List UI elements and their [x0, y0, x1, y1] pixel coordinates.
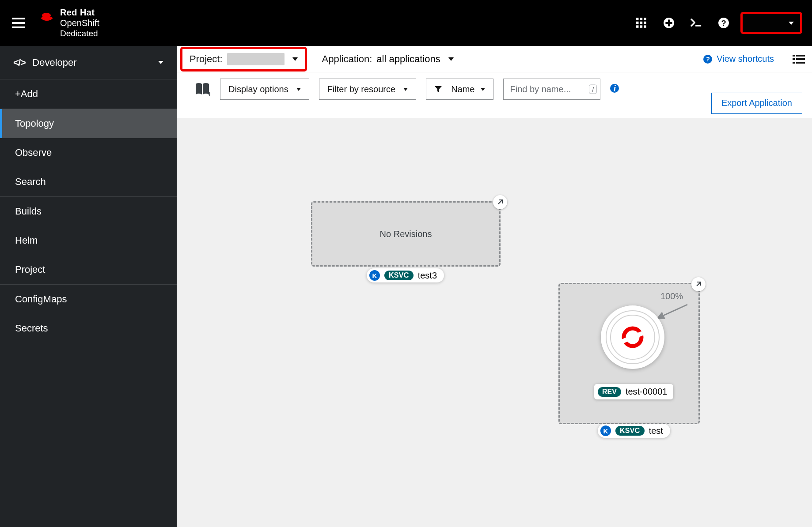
svg-text:?: ?: [721, 19, 726, 28]
open-url-decorator[interactable]: [493, 195, 507, 209]
sidebar-item-search[interactable]: Search: [0, 167, 177, 196]
project-dropdown[interactable]: Project:: [180, 47, 307, 72]
sidebar-item-topology[interactable]: Topology: [0, 109, 177, 138]
list-icon: [793, 54, 805, 64]
help-button[interactable]: ?: [717, 17, 730, 29]
svg-rect-11: [636, 25, 638, 27]
application-value: all applications: [376, 53, 440, 65]
brand-line2: OpenShift: [60, 18, 99, 28]
masthead: Red Hat OpenShift Dedicated ?: [0, 0, 812, 46]
knative-k-badge-icon: K: [369, 270, 380, 281]
svg-rect-23: [796, 58, 805, 60]
grid-icon: [636, 17, 647, 29]
svg-point-4: [42, 13, 51, 18]
apps-launcher-button[interactable]: [635, 17, 648, 29]
svg-rect-9: [640, 22, 642, 24]
caret-down-icon: [789, 22, 794, 25]
svg-rect-25: [796, 62, 805, 64]
project-value: [227, 53, 285, 65]
svg-rect-0: [12, 18, 25, 19]
svg-rect-24: [793, 62, 795, 64]
caret-down-icon: [296, 88, 301, 91]
sidebar-item-helm[interactable]: Helm: [0, 226, 177, 255]
svg-rect-5: [636, 18, 638, 20]
perspective-label: Developer: [32, 57, 76, 68]
knative-service-group[interactable]: No Revisions: [311, 201, 501, 267]
svg-rect-8: [636, 22, 638, 24]
terminal-icon: [691, 17, 702, 29]
display-options-dropdown[interactable]: Display options: [220, 79, 309, 100]
brand-line3: Dedicated: [60, 29, 98, 38]
brand-line1: Red Hat: [60, 8, 95, 17]
view-shortcuts-link[interactable]: ? View shortcuts: [703, 54, 774, 64]
code-icon: </>: [13, 57, 25, 68]
knative-k-badge-icon: K: [600, 425, 611, 436]
svg-rect-2: [12, 26, 25, 28]
svg-rect-12: [640, 25, 642, 27]
question-circle-icon: ?: [718, 17, 729, 29]
sidebar: </> Developer +Add Topology Observe Sear…: [0, 46, 177, 527]
caret-down-icon: [292, 57, 298, 61]
plus-circle-icon: [663, 17, 675, 29]
keyhint-badge: /: [589, 85, 597, 94]
import-button[interactable]: [663, 17, 675, 29]
header-utility: ?: [635, 17, 730, 29]
list-view-toggle[interactable]: [793, 53, 806, 66]
svg-rect-16: [665, 22, 672, 24]
filter-icon: [434, 85, 442, 93]
caret-down-icon: [158, 61, 163, 64]
export-application-button[interactable]: Export Application: [711, 93, 802, 114]
ksvc-pill: KSVC: [615, 426, 645, 436]
svg-rect-1: [12, 22, 25, 24]
name-filter-dropdown[interactable]: Name: [426, 79, 493, 100]
revision-name: test-00001: [626, 387, 668, 397]
traffic-percent: 100%: [660, 291, 683, 301]
svg-rect-21: [796, 55, 805, 56]
redhat-logo-icon: [38, 10, 56, 23]
shortcuts-label: View shortcuts: [717, 54, 774, 64]
filter-resource-dropdown[interactable]: Filter by resource: [319, 79, 417, 100]
brand: Red Hat OpenShift Dedicated: [38, 8, 99, 38]
menu-toggle-button[interactable]: [8, 12, 29, 34]
service-name: test: [649, 426, 663, 436]
application-dropdown[interactable]: Application: all applications: [315, 50, 461, 68]
svg-rect-13: [644, 25, 646, 27]
external-link-icon: [497, 199, 504, 206]
ksvc-label[interactable]: K KSVC test: [598, 424, 670, 438]
external-link-icon: [695, 281, 702, 288]
caret-down-icon: [403, 88, 408, 91]
revision-node[interactable]: [601, 305, 664, 369]
sidebar-item-builds[interactable]: Builds: [0, 197, 177, 226]
svg-rect-10: [644, 22, 646, 24]
service-name: test3: [418, 271, 437, 281]
caret-down-icon: [448, 57, 454, 61]
svg-rect-17: [695, 25, 701, 26]
find-input[interactable]: [503, 79, 600, 100]
svg-rect-20: [793, 55, 795, 56]
sidebar-item-add[interactable]: +Add: [0, 79, 177, 109]
info-icon[interactable]: i: [610, 84, 619, 93]
quick-start-icon[interactable]: +: [194, 81, 210, 97]
ksvc-label[interactable]: K KSVC test3: [367, 268, 444, 282]
open-url-decorator[interactable]: [691, 277, 706, 291]
topology-canvas[interactable]: No Revisions K KSVC test3 100%: [177, 118, 812, 527]
application-label: Application:: [322, 53, 372, 65]
project-bar: Project: Application: all applications ?…: [177, 46, 812, 72]
no-revisions-label: No Revisions: [380, 229, 432, 239]
sidebar-item-configmaps[interactable]: ConfigMaps: [0, 285, 177, 314]
revision-label[interactable]: REV test-00001: [594, 384, 673, 399]
sidebar-item-secrets[interactable]: Secrets: [0, 314, 177, 343]
sidebar-item-observe[interactable]: Observe: [0, 138, 177, 167]
terminal-button[interactable]: [690, 17, 702, 29]
hamburger-icon: [12, 17, 25, 29]
sidebar-item-project[interactable]: Project: [0, 255, 177, 284]
perspective-switcher[interactable]: </> Developer: [0, 46, 177, 79]
project-label: Project:: [190, 53, 223, 65]
caret-down-icon: [481, 88, 485, 91]
find-input-wrap: /: [503, 79, 600, 100]
user-dropdown[interactable]: [740, 12, 802, 34]
ksvc-pill: KSVC: [384, 271, 414, 280]
content: Project: Application: all applications ?…: [177, 46, 812, 527]
topology-toolbar: + Display options Filter by resource Nam…: [177, 72, 812, 118]
openshift-icon: [620, 325, 645, 350]
